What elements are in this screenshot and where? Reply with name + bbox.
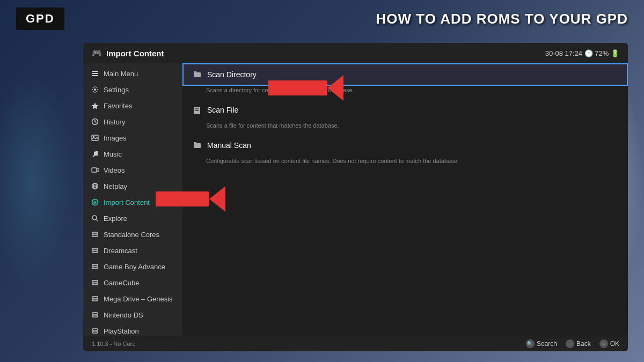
statusbar-btn-ok[interactable]: ○OK (599, 339, 619, 348)
sidebar-icon-standalone-cores (91, 230, 99, 239)
content-item-manual-scan[interactable]: Manual Scan (182, 134, 628, 157)
window-titlebar: 🎮 Import Content 30-08 17:24 🕐 72% 🔋 (83, 43, 628, 63)
svg-rect-2 (92, 75, 98, 76)
svg-point-27 (96, 266, 97, 267)
svg-point-3 (94, 88, 96, 91)
content-item-scan-directory[interactable]: Scan Directory (182, 63, 628, 86)
sidebar-item-label-images: Images (104, 134, 127, 142)
sidebar-item-label-main-menu: Main Menu (104, 70, 138, 78)
sidebar-item-images[interactable]: Images (83, 130, 182, 146)
sidebar-item-label-mega-drive: Mega Drive – Genesis (104, 295, 173, 303)
content-item-desc-scan-directory: Scans a directory for content that match… (182, 86, 628, 99)
sidebar-item-label-netplay: Netplay (104, 182, 127, 190)
logo-text: GPD (26, 12, 55, 25)
statusbar-btn-icon-ok: ○ (599, 339, 608, 348)
sidebar-item-label-nintendo-ds: Nintendo DS (104, 311, 143, 319)
sidebar-icon-nintendo-ds (91, 311, 99, 319)
sidebar-item-settings[interactable]: Settings (83, 82, 182, 98)
svg-point-24 (96, 250, 97, 251)
sidebar-item-music[interactable]: Music (83, 146, 182, 162)
sidebar-icon-playstation (91, 327, 99, 335)
statusbar-btn-icon-search: 🔍 (526, 339, 535, 348)
header-title: HOW TO ADD ROMS TO YOUR GPD (376, 11, 628, 27)
sidebar-item-explore[interactable]: Explore (83, 210, 182, 226)
svg-rect-1 (92, 73, 98, 74)
svg-point-20 (93, 234, 94, 235)
statusbar-btn-icon-back: ← (566, 339, 574, 348)
bg-left-decoration (0, 74, 75, 289)
statusbar-btn-label-ok: OK (610, 340, 619, 348)
sidebar-icon-images (91, 134, 99, 142)
sidebar-item-videos[interactable]: Videos (83, 162, 182, 178)
sidebar-item-import-content[interactable]: Import Content (83, 194, 182, 210)
logo: GPD (16, 8, 64, 30)
svg-point-38 (93, 330, 94, 331)
sidebar-item-game-boy-advance[interactable]: Game Boy Advance (83, 258, 182, 275)
svg-point-30 (96, 282, 97, 283)
sidebar-item-label-import-content: Import Content (104, 198, 150, 206)
svg-point-36 (96, 314, 97, 315)
sidebar-item-label-dreamcast: Dreamcast (104, 247, 137, 255)
sidebar-item-label-music: Music (104, 150, 122, 158)
sidebar-icon-netplay (91, 182, 99, 190)
statusbar-actions: 🔍Search←Back○OK (526, 339, 619, 348)
sidebar-item-mega-drive[interactable]: Mega Drive – Genesis (83, 291, 182, 307)
sidebar-item-nintendo-ds[interactable]: Nintendo DS (83, 307, 182, 323)
svg-line-18 (97, 220, 98, 221)
sidebar-icon-import-content (91, 198, 99, 206)
sidebar-item-label-videos: Videos (104, 166, 125, 174)
statusbar: 1.10.3 - No Core 🔍Search←Back○OK (83, 336, 628, 351)
window-title-text: Import Content (106, 49, 164, 58)
svg-point-26 (93, 266, 94, 267)
version-text: 1.10.3 - No Core (92, 341, 135, 347)
svg-point-32 (93, 298, 94, 299)
svg-point-9 (97, 154, 98, 156)
sidebar-item-netplay[interactable]: Netplay (83, 178, 182, 194)
sidebar-icon-music (91, 150, 99, 158)
sidebar: Main MenuSettingsFavoritesHistoryImagesM… (83, 63, 182, 336)
svg-point-39 (96, 330, 97, 331)
svg-point-33 (96, 298, 97, 299)
sidebar-icon-dreamcast (91, 246, 99, 255)
content-item-label-scan-directory: Scan Directory (207, 70, 257, 79)
sidebar-item-playstation[interactable]: PlayStation (83, 323, 182, 336)
sidebar-item-label-settings: Settings (104, 86, 129, 94)
sidebar-item-main-menu[interactable]: Main Menu (83, 65, 182, 82)
window-title-right: 30-08 17:24 🕐 72% 🔋 (545, 49, 619, 57)
statusbar-btn-label-back: Back (576, 340, 591, 348)
sidebar-icon-history (91, 117, 99, 126)
statusbar-btn-back[interactable]: ←Back (566, 339, 591, 348)
sidebar-item-label-history: History (104, 118, 125, 126)
window-datetime: 30-08 17:24 (545, 49, 582, 57)
window-title-left: 🎮 Import Content (92, 48, 164, 58)
content-item-label-scan-file: Scan File (207, 106, 238, 114)
sidebar-item-label-gamecube: GameCube (104, 279, 139, 287)
svg-point-21 (96, 234, 97, 235)
sidebar-item-label-game-boy-advance: Game Boy Advance (104, 263, 165, 271)
content-item-label-manual-scan: Manual Scan (207, 141, 251, 150)
content-item-scan-file[interactable]: Scan File (182, 99, 628, 121)
svg-point-23 (93, 250, 94, 251)
sidebar-item-history[interactable]: History (83, 114, 182, 130)
header: GPD HOW TO ADD ROMS TO YOUR GPD (0, 0, 644, 38)
sidebar-item-label-playstation: PlayStation (104, 327, 139, 335)
statusbar-btn-search[interactable]: 🔍Search (526, 339, 557, 348)
sidebar-item-dreamcast[interactable]: Dreamcast (83, 242, 182, 258)
sidebar-item-gamecube[interactable]: GameCube (83, 275, 182, 291)
content-item-icon-scan-directory (192, 70, 202, 79)
statusbar-btn-label-search: Search (537, 340, 557, 348)
content-item-icon-scan-file (192, 105, 202, 115)
window-title-icon: 🎮 (92, 48, 102, 58)
sidebar-icon-videos (91, 166, 99, 174)
sidebar-item-favorites[interactable]: Favorites (83, 98, 182, 114)
sidebar-item-label-standalone-cores: Standalone Cores (104, 231, 159, 239)
sidebar-icon-game-boy-advance (91, 262, 99, 271)
sidebar-item-standalone-cores[interactable]: Standalone Cores (83, 226, 182, 242)
sidebar-item-label-favorites: Favorites (104, 102, 132, 110)
svg-point-8 (93, 156, 94, 157)
svg-marker-4 (92, 102, 99, 109)
content-area: Scan DirectoryScans a directory for cont… (182, 63, 628, 336)
sidebar-item-label-explore: Explore (104, 215, 127, 223)
content-item-desc-manual-scan: Configurable scan based on content file … (182, 157, 628, 169)
svg-rect-10 (92, 168, 97, 172)
